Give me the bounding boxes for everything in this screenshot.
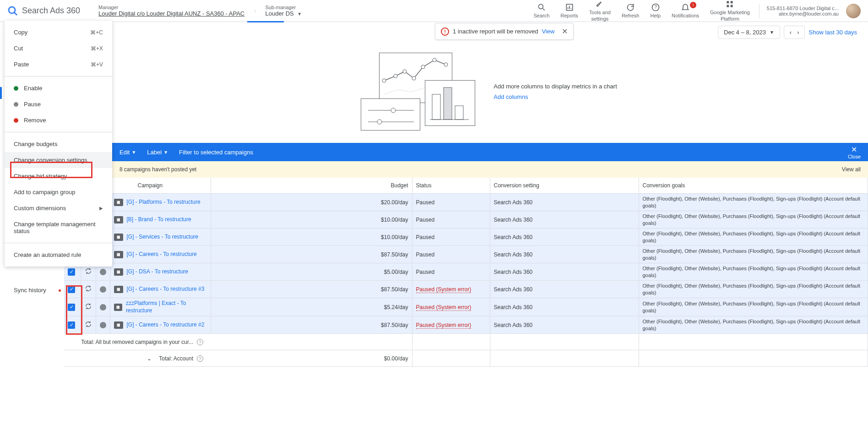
edit-context-menu: Copy⌘+C Cut⌘+X Paste⌘+V Enable Pause Rem… bbox=[5, 21, 112, 22]
chevron-right-icon: › bbox=[254, 7, 256, 15]
search-icon bbox=[7, 5, 18, 16]
gmp-button[interactable]: Google Marketing Platform bbox=[705, 0, 755, 22]
refresh-button[interactable]: Refresh bbox=[616, 3, 645, 19]
active-tab-indicator bbox=[247, 21, 284, 22]
tools-button[interactable]: Tools and settings bbox=[584, 0, 616, 22]
magnifier-icon bbox=[537, 3, 546, 12]
chart-icon bbox=[565, 3, 574, 12]
notification-badge: ! bbox=[690, 2, 696, 8]
breadcrumb: Manager Louder Digital c/o Louder Digita… bbox=[98, 5, 302, 17]
svg-rect-11 bbox=[731, 1, 733, 4]
app-name: Search Ads 360 bbox=[22, 6, 80, 16]
account-info[interactable]: 515-811-6870 Louder Digital c... alex.by… bbox=[763, 5, 842, 16]
bell-icon bbox=[681, 3, 690, 12]
app-logo[interactable]: Search Ads 360 bbox=[7, 5, 80, 16]
breadcrumb-submanager[interactable]: Sub-manager Louder DS ▼ bbox=[266, 5, 302, 17]
svg-line-3 bbox=[542, 8, 544, 10]
svg-point-0 bbox=[9, 7, 15, 13]
help-icon: ? bbox=[651, 3, 660, 12]
svg-point-2 bbox=[538, 4, 543, 9]
refresh-icon bbox=[626, 3, 635, 12]
app-header: Search Ads 360 Manager Louder Digital c/… bbox=[0, 0, 868, 22]
notifications-button[interactable]: ! Notifications bbox=[666, 3, 705, 19]
wrench-icon bbox=[595, 0, 604, 9]
divider bbox=[759, 4, 760, 18]
svg-text:?: ? bbox=[654, 5, 657, 10]
header-actions: Search Reports Tools and settings Refres… bbox=[528, 0, 861, 22]
avatar[interactable] bbox=[846, 4, 861, 18]
chevron-down-icon: ▼ bbox=[297, 11, 302, 16]
svg-line-1 bbox=[14, 12, 17, 15]
search-button[interactable]: Search bbox=[528, 3, 555, 19]
apps-icon bbox=[725, 0, 734, 9]
svg-rect-10 bbox=[727, 1, 729, 4]
help-button[interactable]: ? Help bbox=[645, 3, 666, 19]
svg-rect-13 bbox=[731, 5, 733, 7]
reports-button[interactable]: Reports bbox=[555, 3, 584, 19]
svg-rect-12 bbox=[727, 5, 729, 7]
breadcrumb-manager[interactable]: Manager Louder Digital c/o Louder Digita… bbox=[98, 5, 244, 17]
